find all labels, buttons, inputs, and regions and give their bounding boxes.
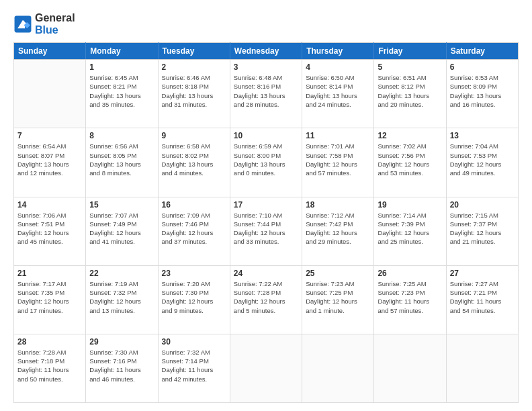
calendar-week-row: 21Sunrise: 7:17 AM Sunset: 7:35 PM Dayli… — [14, 265, 519, 334]
day-number: 1 — [89, 62, 154, 72]
day-info: Sunrise: 6:59 AM Sunset: 8:00 PM Dayligh… — [234, 142, 298, 177]
table-row: 21Sunrise: 7:17 AM Sunset: 7:35 PM Dayli… — [14, 265, 86, 334]
day-info: Sunrise: 6:46 AM Sunset: 8:18 PM Dayligh… — [162, 73, 226, 109]
table-row: 3Sunrise: 6:48 AM Sunset: 8:16 PM Daylig… — [230, 60, 302, 128]
table-row: 12Sunrise: 7:02 AM Sunset: 7:56 PM Dayli… — [374, 128, 446, 197]
day-number: 21 — [17, 269, 82, 278]
table-row: 11Sunrise: 7:01 AM Sunset: 7:58 PM Dayli… — [302, 128, 374, 197]
table-row: 24Sunrise: 7:22 AM Sunset: 7:28 PM Dayli… — [230, 265, 302, 334]
day-info: Sunrise: 7:14 AM Sunset: 7:39 PM Dayligh… — [378, 211, 442, 246]
day-number: 12 — [378, 131, 442, 140]
table-row: 30Sunrise: 7:32 AM Sunset: 7:14 PM Dayli… — [158, 334, 230, 402]
day-number: 7 — [17, 131, 82, 140]
col-tuesday: Tuesday — [158, 43, 230, 60]
day-info: Sunrise: 7:25 AM Sunset: 7:23 PM Dayligh… — [378, 279, 442, 315]
table-row: 4Sunrise: 6:50 AM Sunset: 8:14 PM Daylig… — [302, 60, 374, 128]
calendar-week-row: 28Sunrise: 7:28 AM Sunset: 7:18 PM Dayli… — [14, 334, 519, 402]
table-row: 5Sunrise: 6:51 AM Sunset: 8:12 PM Daylig… — [374, 60, 446, 128]
day-number: 22 — [89, 269, 154, 278]
table-row: 20Sunrise: 7:15 AM Sunset: 7:37 PM Dayli… — [446, 197, 518, 265]
day-info: Sunrise: 6:53 AM Sunset: 8:09 PM Dayligh… — [450, 73, 515, 109]
day-info: Sunrise: 6:58 AM Sunset: 8:02 PM Dayligh… — [162, 142, 226, 177]
table-row: 7Sunrise: 6:54 AM Sunset: 8:07 PM Daylig… — [14, 128, 86, 197]
day-info: Sunrise: 7:09 AM Sunset: 7:46 PM Dayligh… — [162, 211, 226, 246]
day-number: 28 — [17, 337, 82, 347]
header: General Blue — [13, 12, 519, 36]
header-row: Sunday Monday Tuesday Wednesday Thursday… — [14, 43, 519, 60]
day-info: Sunrise: 7:27 AM Sunset: 7:21 PM Dayligh… — [450, 279, 515, 315]
day-number: 19 — [378, 200, 442, 210]
table-row: 25Sunrise: 7:23 AM Sunset: 7:25 PM Dayli… — [302, 265, 374, 334]
calendar-week-row: 7Sunrise: 6:54 AM Sunset: 8:07 PM Daylig… — [14, 128, 519, 197]
day-info: Sunrise: 6:51 AM Sunset: 8:12 PM Dayligh… — [378, 73, 442, 109]
logo-line2: Blue — [35, 24, 75, 36]
day-info: Sunrise: 7:15 AM Sunset: 7:37 PM Dayligh… — [450, 211, 515, 246]
table-row: 1Sunrise: 6:45 AM Sunset: 8:21 PM Daylig… — [86, 60, 158, 128]
day-info: Sunrise: 7:10 AM Sunset: 7:44 PM Dayligh… — [234, 211, 298, 246]
col-wednesday: Wednesday — [230, 43, 302, 60]
day-info: Sunrise: 7:20 AM Sunset: 7:30 PM Dayligh… — [162, 279, 226, 315]
day-number: 18 — [306, 200, 370, 210]
calendar-week-row: 14Sunrise: 7:06 AM Sunset: 7:51 PM Dayli… — [14, 197, 519, 265]
day-info: Sunrise: 7:32 AM Sunset: 7:14 PM Dayligh… — [162, 348, 226, 383]
day-number: 3 — [234, 62, 298, 72]
calendar-header: Sunday Monday Tuesday Wednesday Thursday… — [14, 43, 519, 60]
calendar-body: 1Sunrise: 6:45 AM Sunset: 8:21 PM Daylig… — [14, 60, 519, 403]
day-number: 16 — [162, 200, 226, 210]
day-number: 24 — [234, 269, 298, 278]
day-info: Sunrise: 6:45 AM Sunset: 8:21 PM Dayligh… — [89, 73, 154, 109]
table-row — [230, 334, 302, 402]
col-monday: Monday — [86, 43, 158, 60]
day-info: Sunrise: 7:19 AM Sunset: 7:32 PM Dayligh… — [89, 279, 154, 315]
day-number: 9 — [162, 131, 226, 140]
logo-icon — [13, 15, 32, 34]
day-info: Sunrise: 7:30 AM Sunset: 7:16 PM Dayligh… — [89, 348, 154, 383]
day-info: Sunrise: 7:12 AM Sunset: 7:42 PM Dayligh… — [306, 211, 370, 246]
col-saturday: Saturday — [446, 43, 518, 60]
table-row: 10Sunrise: 6:59 AM Sunset: 8:00 PM Dayli… — [230, 128, 302, 197]
day-info: Sunrise: 7:01 AM Sunset: 7:58 PM Dayligh… — [306, 142, 370, 177]
day-number: 15 — [89, 200, 154, 210]
day-number: 2 — [162, 62, 226, 72]
day-number: 13 — [450, 131, 515, 140]
table-row: 19Sunrise: 7:14 AM Sunset: 7:39 PM Dayli… — [374, 197, 446, 265]
day-info: Sunrise: 7:23 AM Sunset: 7:25 PM Dayligh… — [306, 279, 370, 315]
day-info: Sunrise: 7:17 AM Sunset: 7:35 PM Dayligh… — [17, 279, 82, 315]
table-row — [374, 334, 446, 402]
col-sunday: Sunday — [14, 43, 86, 60]
day-number: 8 — [89, 131, 154, 140]
day-info: Sunrise: 6:50 AM Sunset: 8:14 PM Dayligh… — [306, 73, 370, 109]
day-number: 25 — [306, 269, 370, 278]
table-row — [302, 334, 374, 402]
calendar-week-row: 1Sunrise: 6:45 AM Sunset: 8:21 PM Daylig… — [14, 60, 519, 128]
day-info: Sunrise: 7:06 AM Sunset: 7:51 PM Dayligh… — [17, 211, 82, 246]
day-number: 5 — [378, 62, 442, 72]
day-number: 20 — [450, 200, 515, 210]
table-row: 23Sunrise: 7:20 AM Sunset: 7:30 PM Dayli… — [158, 265, 230, 334]
day-number: 30 — [162, 337, 226, 347]
table-row: 14Sunrise: 7:06 AM Sunset: 7:51 PM Dayli… — [14, 197, 86, 265]
day-info: Sunrise: 7:28 AM Sunset: 7:18 PM Dayligh… — [17, 348, 82, 383]
day-info: Sunrise: 6:56 AM Sunset: 8:05 PM Dayligh… — [89, 142, 154, 177]
day-number: 14 — [17, 200, 82, 210]
table-row: 9Sunrise: 6:58 AM Sunset: 8:02 PM Daylig… — [158, 128, 230, 197]
table-row: 17Sunrise: 7:10 AM Sunset: 7:44 PM Dayli… — [230, 197, 302, 265]
day-info: Sunrise: 7:04 AM Sunset: 7:53 PM Dayligh… — [450, 142, 515, 177]
logo: General Blue — [13, 12, 75, 36]
table-row — [446, 334, 518, 402]
table-row: 6Sunrise: 6:53 AM Sunset: 8:09 PM Daylig… — [446, 60, 518, 128]
day-info: Sunrise: 7:02 AM Sunset: 7:56 PM Dayligh… — [378, 142, 442, 177]
table-row: 27Sunrise: 7:27 AM Sunset: 7:21 PM Dayli… — [446, 265, 518, 334]
table-row — [14, 60, 86, 128]
day-info: Sunrise: 7:07 AM Sunset: 7:49 PM Dayligh… — [89, 211, 154, 246]
day-info: Sunrise: 6:54 AM Sunset: 8:07 PM Dayligh… — [17, 142, 82, 177]
table-row: 26Sunrise: 7:25 AM Sunset: 7:23 PM Dayli… — [374, 265, 446, 334]
table-row: 2Sunrise: 6:46 AM Sunset: 8:18 PM Daylig… — [158, 60, 230, 128]
table-row: 22Sunrise: 7:19 AM Sunset: 7:32 PM Dayli… — [86, 265, 158, 334]
logo-line1: General — [35, 12, 75, 24]
day-number: 29 — [89, 337, 154, 347]
table-row: 16Sunrise: 7:09 AM Sunset: 7:46 PM Dayli… — [158, 197, 230, 265]
day-number: 11 — [306, 131, 370, 140]
calendar-table: Sunday Monday Tuesday Wednesday Thursday… — [13, 42, 519, 403]
col-thursday: Thursday — [302, 43, 374, 60]
